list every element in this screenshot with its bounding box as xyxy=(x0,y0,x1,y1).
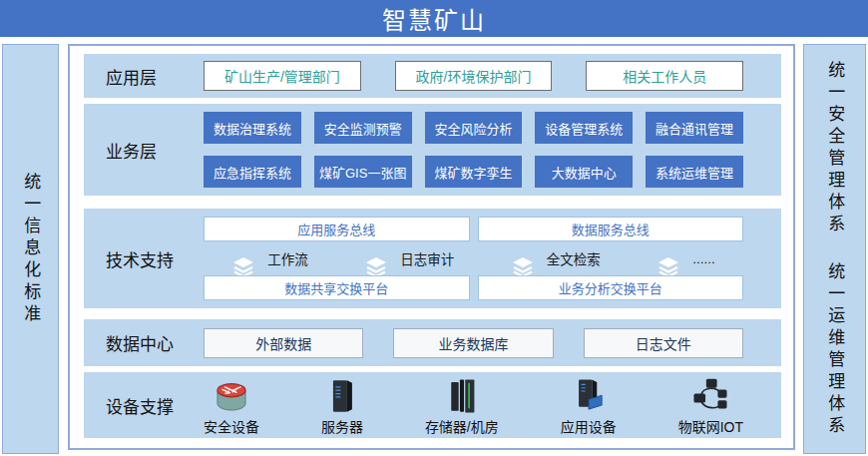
equipment-item: 应用设备 xyxy=(561,375,617,436)
layer-business-label: 业务层 xyxy=(84,104,204,196)
business-system-box: 融合通讯管理 xyxy=(646,112,743,144)
data-store-box: 业务数据库 xyxy=(393,328,553,358)
application-box: 政府/环境保护部门 xyxy=(395,61,553,91)
layer-business: 业务层 数据治理系统 安全监测预警 安全风险分析 设备管理系统 融合通讯管理 应… xyxy=(84,104,781,196)
right-sidebar-label-security: 统一安全管理体系 xyxy=(824,61,845,236)
data-store-box: 外部数据 xyxy=(204,328,363,358)
server-icon xyxy=(322,375,362,415)
layers-icon xyxy=(231,238,255,278)
equipment-label: 服务器 xyxy=(321,416,363,436)
middleware-item: ...... xyxy=(656,238,715,278)
equipment-label: 物联网IOT xyxy=(678,416,743,436)
business-system-box: 煤矿GIS一张图 xyxy=(314,156,412,188)
equipment-item: 物联网IOT xyxy=(678,375,743,436)
right-sidebar-label-operations: 统一运维管理体系 xyxy=(824,262,845,438)
security-device-icon xyxy=(211,375,252,415)
equipment-label: 存储器/机房 xyxy=(425,416,499,436)
business-system-box: 设备管理系统 xyxy=(535,112,633,144)
business-system-box: 大数据中心 xyxy=(535,156,633,188)
iot-icon xyxy=(689,375,731,415)
application-device-icon xyxy=(569,375,609,415)
layer-tech-support-label: 技术支持 xyxy=(84,209,204,308)
business-system-box: 应急指挥系统 xyxy=(204,156,301,188)
business-system-box: 安全风险分析 xyxy=(425,112,523,144)
layers-icon xyxy=(511,238,535,278)
storage-icon xyxy=(442,375,482,415)
layer-application: 应用层 矿山生产/管理部门 政府/环境保护部门 相关工作人员 xyxy=(84,54,781,98)
exchange-platform-box: 数据共享交换平台 xyxy=(204,275,470,300)
equipment-item: 服务器 xyxy=(321,375,363,436)
application-box: 矿山生产/管理部门 xyxy=(204,61,361,91)
title-bar: 智慧矿山 xyxy=(0,0,868,37)
main-panel: 应用层 矿山生产/管理部门 政府/环境保护部门 相关工作人员 业务层 数据治理系… xyxy=(68,44,795,450)
layer-equipment-support-label: 设备支撑 xyxy=(84,372,204,438)
business-system-box: 煤矿数字孪生 xyxy=(425,156,523,188)
business-system-box: 数据治理系统 xyxy=(204,112,301,144)
layer-data-center: 数据中心 外部数据 业务数据库 日志文件 xyxy=(84,319,781,366)
left-sidebar-unified-info-standard: 统一信息化标准 xyxy=(2,44,59,454)
middleware-item: 日志审计 xyxy=(364,238,454,278)
application-box: 相关工作人员 xyxy=(586,61,743,91)
smart-mine-architecture-diagram: 智慧矿山 统一信息化标准 统一安全管理体系 统一运维管理体系 应用层 矿山生产/… xyxy=(0,0,868,456)
middleware-label: 日志审计 xyxy=(400,248,454,268)
equipment-label: 应用设备 xyxy=(561,416,617,436)
middleware-item: 全文检索 xyxy=(511,238,601,278)
middleware-item: 工作流 xyxy=(231,238,308,278)
equipment-label: 安全设备 xyxy=(204,416,259,436)
middleware-label: 工作流 xyxy=(267,248,308,268)
layers-icon xyxy=(656,238,680,278)
layer-data-center-label: 数据中心 xyxy=(84,319,204,366)
page-title: 智慧矿山 xyxy=(382,1,486,36)
data-store-box: 日志文件 xyxy=(584,328,743,358)
right-sidebar-management-systems: 统一安全管理体系 统一运维管理体系 xyxy=(803,44,866,454)
exchange-platform-box: 业务分析交换平台 xyxy=(478,275,744,300)
business-system-box: 安全监测预警 xyxy=(314,112,412,144)
middleware-label: 全文检索 xyxy=(547,248,601,268)
middleware-label: ...... xyxy=(692,251,715,266)
layer-application-label: 应用层 xyxy=(84,54,204,98)
layers-icon xyxy=(364,238,388,278)
business-system-box: 系统运维管理 xyxy=(646,156,743,188)
layer-tech-support: 技术支持 应用服务总线 数据服务总线 工作流 日志审计 xyxy=(84,209,781,308)
equipment-item: 安全设备 xyxy=(204,375,259,436)
left-sidebar-label: 统一信息化标准 xyxy=(20,173,41,326)
layer-equipment-support: 设备支撑 安全设备 xyxy=(84,372,781,438)
equipment-item: 存储器/机房 xyxy=(425,375,499,436)
